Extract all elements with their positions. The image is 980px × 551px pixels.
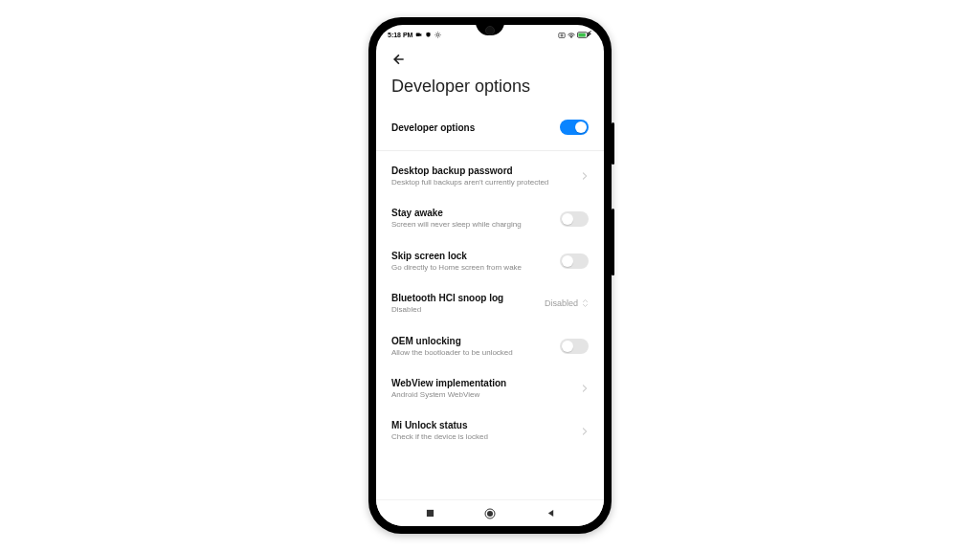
svg-rect-6 <box>578 33 585 36</box>
bluetooth-hci-row[interactable]: Bluetooth HCI snoop log Disabled Disable… <box>391 282 589 324</box>
webview-implementation-row[interactable]: WebView implementation Android System We… <box>391 367 589 409</box>
row-sublabel: Android System WebView <box>391 390 573 400</box>
row-label: Mi Unlock status <box>391 419 573 431</box>
sort-icon <box>582 298 589 308</box>
status-time: 5:18 PM <box>388 32 412 38</box>
skip-screen-lock-toggle[interactable] <box>560 253 589 269</box>
row-label: Bluetooth HCI snoop log <box>391 292 537 304</box>
select-indicator[interactable]: Disabled <box>545 298 589 308</box>
row-sublabel: Go directly to Home screen from wake <box>391 263 552 273</box>
divider <box>376 150 604 151</box>
developer-options-toggle-row[interactable]: Developer options <box>391 110 589 144</box>
back-nav-button[interactable] <box>544 507 557 520</box>
circle-icon <box>484 508 496 519</box>
battery-icon <box>577 32 584 38</box>
square-icon <box>426 509 434 518</box>
select-value: Disabled <box>545 298 578 308</box>
svg-point-10 <box>487 511 493 517</box>
svg-point-1 <box>437 33 440 36</box>
stay-awake-toggle[interactable] <box>560 211 589 227</box>
screen: 5:18 PM <box>376 25 604 526</box>
desktop-backup-password-row[interactable]: Desktop backup password Desktop full bac… <box>391 155 589 197</box>
chevron-right-icon <box>581 172 589 180</box>
oem-unlocking-row[interactable]: OEM unlocking Allow the bootloader to be… <box>391 325 589 367</box>
svg-point-3 <box>561 33 563 35</box>
settings-content[interactable]: Developer options Developer options Desk… <box>376 42 604 499</box>
svg-point-4 <box>571 37 572 38</box>
phone-frame: 5:18 PM <box>368 17 612 534</box>
navigation-bar <box>376 499 604 526</box>
oem-unlocking-toggle[interactable] <box>560 339 589 354</box>
charging-icon: ⚡︎ <box>587 31 592 38</box>
home-button[interactable] <box>483 507 497 520</box>
row-sublabel: Allow the bootloader to be unlocked <box>391 348 552 358</box>
back-button[interactable] <box>391 42 589 77</box>
developer-options-toggle[interactable] <box>560 120 589 135</box>
row-label: Skip screen lock <box>391 250 552 262</box>
row-label: Desktop backup password <box>391 165 573 177</box>
camera-square-icon <box>558 32 565 38</box>
row-sublabel: Screen will never sleep while charging <box>391 220 552 230</box>
arrow-left-icon <box>391 52 407 67</box>
triangle-left-icon <box>546 509 555 518</box>
row-sublabel: Desktop full backups aren't currently pr… <box>391 178 573 187</box>
page-title: Developer options <box>391 77 589 110</box>
svg-rect-0 <box>416 33 420 36</box>
row-label: WebView implementation <box>391 377 573 389</box>
camera-icon <box>415 32 422 38</box>
mi-unlock-status-row[interactable]: Mi Unlock status Check if the device is … <box>391 409 589 452</box>
wifi-icon <box>568 32 574 38</box>
sun-icon <box>434 32 441 38</box>
svg-rect-2 <box>559 33 565 37</box>
chevron-right-icon <box>581 428 589 435</box>
recents-button[interactable] <box>423 507 436 520</box>
skip-screen-lock-row[interactable]: Skip screen lock Go directly to Home scr… <box>391 240 589 282</box>
shield-icon <box>425 32 432 38</box>
row-sublabel: Check if the device is locked <box>391 432 573 442</box>
row-label: OEM unlocking <box>391 335 552 347</box>
chevron-right-icon <box>581 385 589 392</box>
row-sublabel: Disabled <box>391 305 537 315</box>
row-label: Developer options <box>391 121 552 134</box>
svg-rect-8 <box>426 510 433 517</box>
stay-awake-row[interactable]: Stay awake Screen will never sleep while… <box>391 197 589 239</box>
row-label: Stay awake <box>391 207 552 219</box>
